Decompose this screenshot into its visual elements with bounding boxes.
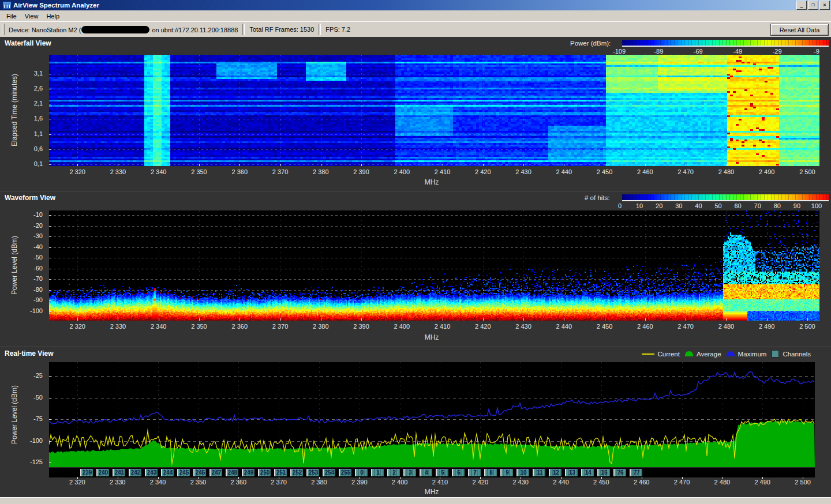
channel-box: 0 — [355, 469, 368, 476]
tick-label: 0,6 — [0, 145, 43, 152]
channel-box: 242 — [129, 469, 141, 476]
menu-help[interactable]: Help — [42, 12, 63, 21]
legend-item-channels: Channels — [772, 350, 811, 358]
minimize-button[interactable]: _ — [796, 1, 807, 10]
tick-label: 2 330 — [110, 168, 126, 175]
hits-colormap-bar — [622, 194, 829, 201]
menu-file[interactable]: File — [2, 12, 21, 21]
channel-box: 3 — [403, 469, 416, 476]
tick-label: 10 — [636, 202, 643, 209]
channel-box: 244 — [161, 469, 174, 476]
menu-view[interactable]: View — [21, 12, 43, 21]
tick-label: 40 — [695, 202, 702, 209]
tick-label: 2 370 — [271, 479, 287, 486]
menu-bar: File View Help — [0, 10, 831, 21]
title-bar[interactable]: AirView Spectrum Analyzer _ ❐ ✕ — [0, 0, 831, 10]
tick-label: 50 — [714, 202, 721, 209]
tick-label: 2 450 — [597, 168, 613, 175]
legend-label: Current — [658, 351, 680, 358]
tick-label: 2 390 — [353, 323, 369, 330]
tick-label: 2 470 — [677, 323, 694, 330]
tick-label: 2 490 — [759, 168, 775, 175]
tick-label: 2 360 — [230, 479, 246, 486]
waveform-plot — [49, 210, 819, 321]
tick-label: 2 330 — [110, 323, 126, 330]
tick-label: 2 380 — [313, 168, 329, 175]
waveform-xlabel: MHz — [425, 333, 439, 341]
channel-box: 243 — [145, 469, 158, 476]
tick-label: 2 380 — [313, 323, 329, 330]
tick-label: 2 390 — [351, 479, 368, 486]
tick-label: 2 490 — [759, 323, 775, 330]
channel-box: 241 — [113, 469, 125, 476]
channel-box: 251 — [274, 469, 287, 476]
channel-box: 247 — [209, 469, 222, 476]
waveform-title: Waveform View — [5, 194, 55, 202]
tick-label: 1,6 — [0, 115, 43, 122]
tick-label: -70 — [0, 275, 43, 282]
legend-item-average: Average — [685, 351, 721, 358]
tick-label: 2 450 — [597, 323, 613, 330]
panel-divider — [0, 347, 831, 347]
tick-label: 1,1 — [0, 130, 43, 137]
tick-label: -20 — [0, 222, 43, 229]
tick-label: 2 410 — [435, 323, 451, 330]
tick-label: 2 320 — [69, 323, 85, 330]
tick-label: 2 460 — [637, 168, 653, 175]
tick-label: 2 470 — [674, 479, 690, 486]
current-swatch-icon — [642, 353, 654, 355]
channel-box: 1 — [371, 469, 384, 476]
tick-label: -100 — [0, 437, 43, 444]
channel-box: 240 — [96, 469, 109, 476]
tick-label: 2 380 — [311, 479, 327, 486]
tick-label: 2 470 — [677, 168, 694, 175]
tick-label: 20 — [656, 202, 662, 209]
legend-label: Maximum — [738, 351, 767, 358]
tick-label: 2 500 — [795, 479, 811, 486]
tick-label: -125 — [0, 458, 43, 465]
channel-box: 14 — [581, 469, 594, 476]
tick-label: 2 370 — [272, 323, 289, 330]
tick-label: 80 — [774, 202, 781, 209]
tick-label: 2,6 — [0, 85, 43, 92]
toolbar-grip — [2, 24, 5, 35]
waterfall-plot — [49, 55, 819, 166]
device-label: Device: NanoStation M2 ( on ubnt://172.2… — [9, 26, 238, 33]
channel-box: 255 — [339, 469, 351, 476]
realtime-title: Real-time View — [5, 349, 53, 358]
restore-button[interactable]: ❐ — [808, 1, 818, 10]
tick-label: 2 480 — [714, 479, 731, 486]
channel-box: 250 — [258, 469, 271, 476]
tick-label: 2 340 — [151, 168, 167, 175]
tick-label: 30 — [675, 202, 682, 209]
power-colormap-bar — [622, 40, 829, 47]
channel-box: 77 — [630, 469, 642, 476]
close-button[interactable]: ✕ — [819, 1, 830, 10]
tick-label: 2 400 — [394, 168, 410, 175]
channel-box: 13 — [565, 469, 578, 476]
tick-label: -10 — [0, 211, 43, 218]
tick-label: 2 430 — [515, 168, 531, 175]
app-window: AirView Spectrum Analyzer _ ❐ ✕ File Vie… — [0, 0, 831, 504]
tick-label: 2 360 — [231, 168, 248, 175]
tick-label: 70 — [754, 202, 761, 209]
tick-label: 2 410 — [435, 168, 451, 175]
reset-all-data-button[interactable]: Reset All Data — [770, 24, 829, 36]
fps-label: FPS: 7.2 — [325, 26, 350, 33]
tick-label: 3,1 — [0, 70, 43, 77]
tick-label: 2 340 — [150, 479, 166, 486]
frames-label: Total RF Frames: 1530 — [249, 26, 314, 33]
average-swatch-icon — [685, 351, 693, 356]
window-title: AirView Spectrum Analyzer — [13, 2, 796, 9]
tick-label: -75 — [0, 415, 43, 422]
tick-label: 2 370 — [272, 168, 289, 175]
tick-label: -29 — [773, 48, 782, 55]
tick-label: 2 500 — [799, 323, 815, 330]
tick-label: 2 420 — [473, 479, 489, 486]
realtime-xlabel: MHz — [425, 488, 439, 496]
tick-label: -60 — [0, 265, 43, 272]
tick-label: 100 — [811, 202, 822, 209]
tick-label: -49 — [733, 48, 742, 55]
tick-label: 2 500 — [799, 168, 815, 175]
channel-box: 246 — [193, 469, 206, 476]
